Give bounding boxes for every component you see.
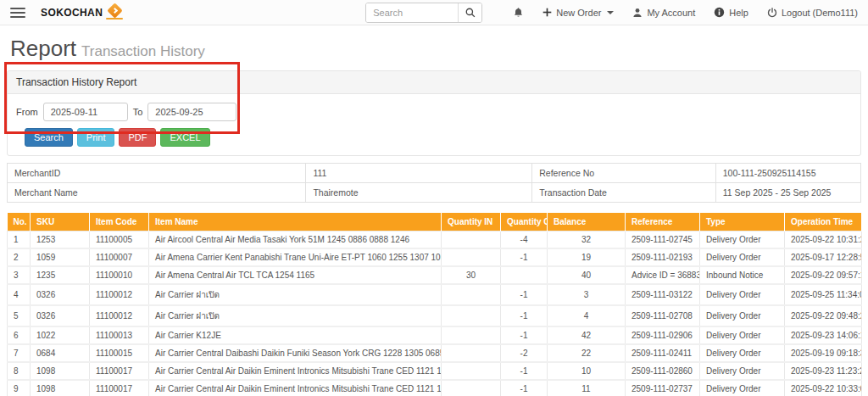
table-cell: 1022 xyxy=(31,326,90,344)
table-cell: 0326 xyxy=(31,305,90,326)
brand-name: SOKOCHAN xyxy=(41,7,103,19)
table-cell: 3 xyxy=(548,284,626,305)
table-cell: 19 xyxy=(548,248,626,266)
user-icon xyxy=(632,8,643,18)
table-cell xyxy=(442,231,501,249)
table-cell: Delivery Order xyxy=(700,326,785,344)
pdf-button[interactable]: PDF xyxy=(119,128,156,147)
brand-logo[interactable]: SOKOCHAN xyxy=(41,5,123,20)
table-cell: 11100005 xyxy=(90,231,149,249)
table-cell: Delivery Order xyxy=(700,362,785,380)
table-cell: 1 xyxy=(8,231,31,249)
logout-label: Logout (Demo111) xyxy=(782,8,858,18)
table-cell: 7 xyxy=(8,344,31,362)
report-filter-panel: Transaction History Report From To Searc… xyxy=(7,70,861,156)
table-cell xyxy=(442,344,501,362)
table-cell: Air Aircool Central Air Media Tasaki Yor… xyxy=(149,231,442,249)
table-cell: Delivery Order xyxy=(700,380,785,396)
help-button[interactable]: Help xyxy=(714,7,748,18)
table-cell xyxy=(442,305,501,326)
chevron-down-icon xyxy=(607,11,614,14)
table-cell: -1 xyxy=(501,305,548,326)
table-cell: 40 xyxy=(548,266,626,284)
table-cell: 11100012 xyxy=(90,284,149,305)
column-header: Operation Time xyxy=(785,213,862,231)
table-cell: Air Carrier Central Air Daikin Eminent I… xyxy=(149,380,442,396)
table-cell: 0326 xyxy=(31,284,90,305)
table-cell: 9 xyxy=(8,380,31,396)
new-order-label: New Order xyxy=(556,8,601,18)
table-cell: 2025-09-25 11:34:03 xyxy=(785,284,862,305)
table-cell: -1 xyxy=(501,284,548,305)
table-row: 6102211100013Air Carrier K12JE-1422509-1… xyxy=(8,326,862,344)
column-header: Balance xyxy=(548,213,626,231)
table-cell: -1 xyxy=(501,362,548,380)
search-input[interactable] xyxy=(366,3,458,22)
print-button[interactable]: Print xyxy=(77,128,115,147)
power-icon xyxy=(767,8,777,18)
table-cell: -4 xyxy=(501,231,548,249)
table-cell: -1 xyxy=(501,248,548,266)
table-row: 3123511100010Air Amena Central Air TCL T… xyxy=(8,266,862,284)
table-cell: Air Amena Carrier Kent Panabishi Trane U… xyxy=(149,248,442,266)
to-label: To xyxy=(133,107,143,117)
table-cell: 22 xyxy=(548,344,626,362)
table-cell: Delivery Order xyxy=(700,248,785,266)
page-title: Report xyxy=(10,36,76,61)
table-cell: 11100010 xyxy=(90,266,149,284)
new-order-button[interactable]: New Order xyxy=(542,8,614,18)
column-header: Item Name xyxy=(149,213,442,231)
table-cell xyxy=(501,266,548,284)
table-cell: 2509-111-02860 xyxy=(626,362,700,380)
table-cell xyxy=(442,362,501,380)
table-cell: Inbound Notice xyxy=(700,266,785,284)
info-label: Merchant Name xyxy=(8,183,306,203)
table-row: 2105911100007Air Amena Carrier Kent Pana… xyxy=(8,248,862,266)
panel-title: Transaction History Report xyxy=(8,71,860,94)
table-cell: 2025-09-23 11:23:24 xyxy=(785,362,862,380)
table-cell: 11100012 xyxy=(90,305,149,326)
from-date-input[interactable] xyxy=(43,103,128,121)
search-report-button[interactable]: Search xyxy=(25,128,73,147)
excel-button[interactable]: EXCEL xyxy=(160,128,209,147)
table-row: 8109811100017Air Carrier Central Air Dai… xyxy=(8,362,862,380)
to-date-input[interactable] xyxy=(147,103,236,121)
column-header: Type xyxy=(700,213,785,231)
table-cell: 11100017 xyxy=(90,362,149,380)
column-header: SKU xyxy=(31,213,90,231)
table-cell: 6 xyxy=(8,326,31,344)
table-row: 5032611100012Air Carrier ฝาเปิด-142509-1… xyxy=(8,305,862,326)
info-label: Transaction Date xyxy=(532,183,716,203)
table-cell: -2 xyxy=(501,344,548,362)
notifications-button[interactable] xyxy=(513,7,524,18)
table-cell: 2025-09-19 09:18:38 xyxy=(785,344,862,362)
table-cell: Air Carrier ฝาเปิด xyxy=(149,284,442,305)
table-cell: 2509-111-02708 xyxy=(626,305,700,326)
search-button[interactable] xyxy=(458,3,481,22)
table-cell: Air Carrier K12JE xyxy=(149,326,442,344)
info-label: Reference No xyxy=(532,164,716,183)
my-account-label: My Account xyxy=(647,8,695,18)
table-cell: Delivery Order xyxy=(700,231,785,249)
table-cell: 2025-09-22 10:33:07 xyxy=(785,380,862,396)
logout-button[interactable]: Logout (Demo111) xyxy=(767,8,858,18)
table-cell: 3 xyxy=(8,266,31,284)
table-cell: Air Amena Central Air TCL TCA 1254 1165 xyxy=(149,266,442,284)
table-cell: Delivery Order xyxy=(700,284,785,305)
table-cell: 2509-111-02411 xyxy=(626,344,700,362)
info-icon xyxy=(714,7,725,18)
navbar-search xyxy=(365,3,482,23)
table-row: 4032611100012Air Carrier ฝาเปิด-132509-1… xyxy=(8,284,862,305)
column-header: Reference xyxy=(626,213,700,231)
transaction-table: No.SKUItem CodeItem NameQuantity INQuant… xyxy=(7,213,862,396)
brand-diamond-icon xyxy=(106,5,123,20)
table-cell: Air Carrier Central Air Daikin Eminent I… xyxy=(149,362,442,380)
my-account-button[interactable]: My Account xyxy=(632,8,695,18)
table-header-row: No.SKUItem CodeItem NameQuantity INQuant… xyxy=(8,213,862,231)
table-cell: 2025-09-22 09:57:14 xyxy=(785,266,862,284)
table-cell: 4 xyxy=(8,284,31,305)
table-cell: 2025-09-22 09:48:24 xyxy=(785,305,862,326)
info-value: Thairemote xyxy=(306,183,532,203)
menu-icon[interactable] xyxy=(10,8,25,18)
table-cell: Delivery Order xyxy=(700,344,785,362)
